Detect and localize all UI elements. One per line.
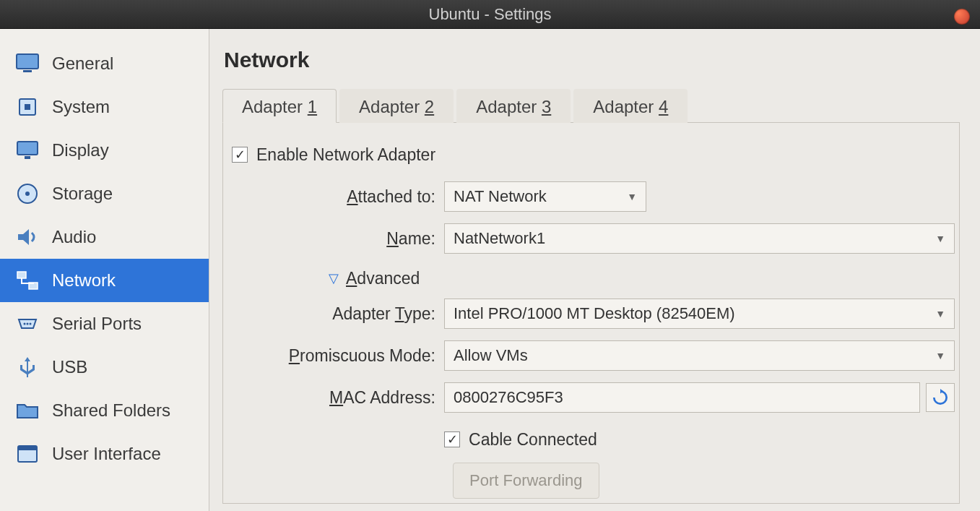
svg-point-11 <box>24 323 26 325</box>
port-forwarding-button[interactable]: Port Forwarding <box>453 463 599 499</box>
sidebar-item-serial-ports[interactable]: Serial Ports <box>0 302 209 345</box>
sidebar-item-shared-folders[interactable]: Shared Folders <box>0 389 209 432</box>
monitor-icon <box>13 49 42 78</box>
select-value: NAT Network <box>454 187 547 206</box>
mac-address-label: MAC Address: <box>227 388 444 408</box>
svg-point-13 <box>30 323 32 325</box>
sidebar-item-system[interactable]: System <box>0 85 209 129</box>
refresh-icon <box>931 388 950 407</box>
svg-rect-4 <box>17 142 38 155</box>
main-panel: Network Adapter 1 Adapter 2 Adapter 3 Ad… <box>209 29 980 511</box>
sidebar-item-usb[interactable]: USB <box>0 345 209 389</box>
mac-refresh-button[interactable] <box>926 383 955 412</box>
svg-rect-0 <box>17 54 38 69</box>
tab-label-prefix: Adapter <box>242 97 308 116</box>
label-rest: nable Network Adapter <box>267 145 435 164</box>
label-rest: ame: <box>399 229 435 248</box>
sidebar: General System Display Storage <box>0 29 209 511</box>
attached-to-select[interactable]: NAT Network ▼ <box>444 181 646 212</box>
ui-icon <box>13 439 42 468</box>
sidebar-item-network[interactable]: Network <box>0 259 209 302</box>
svg-rect-9 <box>17 272 26 278</box>
sidebar-item-storage[interactable]: Storage <box>0 172 209 215</box>
select-value: NatNetwork1 <box>454 229 545 248</box>
network-icon <box>13 266 42 295</box>
tab-label-accel: 3 <box>542 97 551 116</box>
cable-connected-label: Cable Connected <box>469 430 597 450</box>
tab-label-prefix: Adapter <box>476 97 542 116</box>
adapter-type-select[interactable]: Intel PRO/1000 MT Desktop (82540EM) ▼ <box>444 299 955 329</box>
tab-adapter-1[interactable]: Adapter 1 <box>222 89 337 123</box>
row-promiscuous-mode: Promiscuous Mode: Allow VMs ▼ <box>227 337 955 374</box>
label-pre: Adapter <box>332 304 395 323</box>
svg-marker-8 <box>18 229 29 245</box>
tab-adapter-3[interactable]: Adapter 3 <box>456 89 571 123</box>
cable-connected-checkbox[interactable]: ✓ <box>444 431 460 447</box>
adapter-type-label: Adapter Type: <box>227 304 444 324</box>
svg-point-12 <box>27 323 29 325</box>
page-title: Network <box>224 48 960 72</box>
settings-window: Ubuntu - Settings General System <box>0 0 980 511</box>
label-accel: P <box>289 346 300 365</box>
enable-adapter-checkbox[interactable]: ✓ <box>232 147 248 163</box>
sidebar-item-label: Storage <box>52 184 113 204</box>
tab-label-prefix: Adapter <box>359 97 425 116</box>
sidebar-item-label: Audio <box>52 227 96 247</box>
input-value: 0800276C95F3 <box>454 388 563 407</box>
row-attached-to: Attached to: NAT Network ▼ <box>227 178 955 215</box>
chevron-down-icon: ▼ <box>935 350 945 361</box>
label-accel: A <box>347 187 357 206</box>
row-enable-adapter: ✓ Enable Network Adapter <box>227 136 955 173</box>
sidebar-item-user-interface[interactable]: User Interface <box>0 432 209 476</box>
label-accel: E <box>256 145 267 164</box>
label-accel: A <box>346 269 357 288</box>
svg-rect-1 <box>23 70 32 72</box>
speaker-icon <box>13 223 42 252</box>
attached-to-label: Attached to: <box>227 187 444 207</box>
row-cable-connected: ✓ Cable Connected <box>227 421 955 458</box>
sidebar-item-label: Serial Ports <box>52 314 142 334</box>
sidebar-item-label: General <box>52 53 113 74</box>
tabpanel-adapter-1: ✓ Enable Network Adapter Attached to: NA… <box>222 123 960 504</box>
sidebar-item-label: System <box>52 97 110 117</box>
label-rest: AC Address: <box>343 388 435 407</box>
triangle-down-icon: ▽ <box>329 270 339 286</box>
promiscuous-mode-label: Promiscuous Mode: <box>227 346 444 366</box>
display-icon <box>13 136 42 165</box>
label-rest: romiscuous Mode: <box>300 346 435 365</box>
serial-icon <box>13 309 42 338</box>
promiscuous-mode-select[interactable]: Allow VMs ▼ <box>444 340 955 371</box>
sidebar-item-display[interactable]: Display <box>0 129 209 172</box>
tab-label-accel: 1 <box>308 97 317 116</box>
close-icon[interactable] <box>954 9 970 25</box>
disk-icon <box>13 179 42 208</box>
tabbar: Adapter 1 Adapter 2 Adapter 3 Adapter 4 <box>222 88 960 123</box>
usb-icon <box>13 353 42 382</box>
sidebar-item-general[interactable]: General <box>0 42 209 85</box>
chip-icon <box>13 93 42 121</box>
row-mac-address: MAC Address: 0800276C95F3 <box>227 379 955 416</box>
sidebar-item-audio[interactable]: Audio <box>0 215 209 259</box>
row-name: Name: NatNetwork1 ▼ <box>227 220 955 257</box>
chevron-down-icon: ▼ <box>627 191 637 202</box>
folder-icon <box>13 396 42 425</box>
svg-rect-15 <box>18 446 37 450</box>
tab-label-accel: 2 <box>425 97 434 116</box>
sidebar-item-label: User Interface <box>52 444 161 464</box>
mac-address-input[interactable]: 0800276C95F3 <box>444 382 920 413</box>
tab-adapter-2[interactable]: Adapter 2 <box>339 89 454 123</box>
row-adapter-type: Adapter Type: Intel PRO/1000 MT Desktop … <box>227 295 955 332</box>
label-accel: N <box>386 229 399 248</box>
name-select[interactable]: NatNetwork1 ▼ <box>444 223 955 254</box>
tab-adapter-4[interactable]: Adapter 4 <box>573 89 688 123</box>
sidebar-item-label: USB <box>52 357 87 377</box>
name-label: Name: <box>227 229 444 249</box>
sidebar-item-label: Network <box>52 270 116 291</box>
window-title: Ubuntu - Settings <box>429 5 552 24</box>
select-value: Allow VMs <box>454 346 528 365</box>
label-accel: M <box>329 388 343 407</box>
svg-rect-5 <box>25 156 30 159</box>
sidebar-item-label: Shared Folders <box>52 400 170 421</box>
advanced-toggle[interactable]: ▽ Advanced <box>227 262 955 295</box>
tab-label-accel: 4 <box>659 97 668 116</box>
